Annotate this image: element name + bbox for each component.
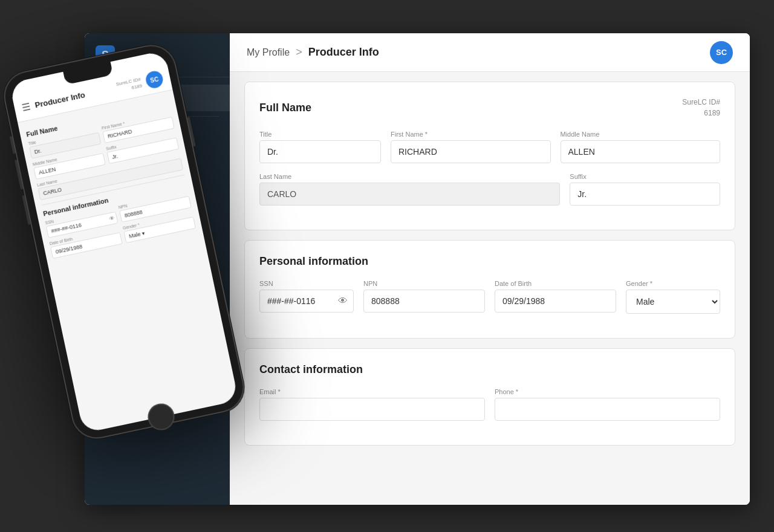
contact-header: Contact information <box>259 363 720 376</box>
phone-id-label: SureLC ID# 6189 <box>115 76 143 94</box>
ssn-label: SSN <box>259 280 354 287</box>
last-name-input[interactable] <box>259 183 560 206</box>
gender-select[interactable]: Male Female Other <box>626 290 720 314</box>
page-body: Full Name SureLC ID# 6189 Title First Na… <box>230 72 750 505</box>
gender-field: Gender * Male Female Other <box>626 280 720 314</box>
phone-vol-btn-1 <box>10 136 16 154</box>
suffix-label: Suffix <box>570 173 720 180</box>
personal-info-section: Personal information SSN 👁 NPN <box>244 240 735 339</box>
main-content: My Profile > Producer Info SC Full Name … <box>230 33 750 505</box>
contact-row: Email * Phone * <box>259 388 720 421</box>
breadcrumb-separator: > <box>296 46 302 59</box>
npn-label: NPN <box>363 280 485 287</box>
middle-name-field: Middle Name <box>561 131 721 163</box>
contact-title: Contact information <box>259 363 363 376</box>
first-name-input[interactable] <box>391 140 551 163</box>
middle-name-input[interactable] <box>561 140 721 163</box>
phone-avatar: SC <box>145 70 164 89</box>
middle-name-label: Middle Name <box>561 131 721 138</box>
ssn-field: SSN 👁 <box>259 280 354 314</box>
first-name-field: First Name * <box>391 131 551 163</box>
breadcrumb-current: Producer Info <box>308 46 379 59</box>
suffix-input[interactable] <box>570 183 720 206</box>
first-name-label: First Name * <box>391 131 551 138</box>
email-input[interactable] <box>259 398 485 421</box>
topbar: My Profile > Producer Info SC <box>230 33 750 72</box>
surelc-id: SureLC ID# 6189 <box>682 97 720 118</box>
ssn-input-wrap: 👁 <box>259 290 354 313</box>
personal-info-title: Personal information <box>259 255 368 268</box>
topbar-avatar[interactable]: SC <box>710 41 733 64</box>
npn-input[interactable] <box>363 290 485 313</box>
phone-field: Phone * <box>495 388 720 421</box>
last-name-field: Last Name <box>259 173 560 206</box>
title-label: Title <box>259 131 381 138</box>
name-row-1: Title First Name * Middle Name <box>259 131 720 163</box>
phone-input[interactable] <box>495 398 720 421</box>
phone-label: Phone * <box>495 388 720 395</box>
last-name-label: Last Name <box>259 173 560 180</box>
personal-info-row: SSN 👁 NPN Date of Birth <box>259 280 720 314</box>
personal-info-header: Personal information <box>259 255 720 268</box>
suffix-field: Suffix <box>570 173 720 206</box>
title-input[interactable] <box>259 140 381 163</box>
npn-field: NPN <box>363 280 485 314</box>
breadcrumb-parent[interactable]: My Profile <box>247 47 290 58</box>
phone-eye-icon[interactable]: 👁 <box>109 215 115 222</box>
contact-section: Contact information Email * Phone * <box>244 348 735 446</box>
dob-field: Date of Birth <box>495 280 616 314</box>
dob-input[interactable] <box>495 290 616 313</box>
email-label: Email * <box>259 388 485 395</box>
breadcrumb: My Profile > Producer Info <box>247 46 710 59</box>
phone-vol-btn-3 <box>22 195 30 225</box>
full-name-header: Full Name SureLC ID# 6189 <box>259 97 720 118</box>
title-field: Title <box>259 131 381 163</box>
gender-label: Gender * <box>626 280 720 287</box>
full-name-section: Full Name SureLC ID# 6189 Title First Na… <box>244 82 735 230</box>
name-row-2: Last Name Suffix <box>259 173 720 206</box>
email-field: Email * <box>259 388 485 421</box>
full-name-title: Full Name <box>259 102 311 114</box>
dob-label: Date of Birth <box>495 280 616 287</box>
ssn-eye-icon[interactable]: 👁 <box>338 296 348 307</box>
phone-vol-btn-2 <box>15 160 23 190</box>
phone-menu-icon[interactable]: ☰ <box>21 100 31 113</box>
